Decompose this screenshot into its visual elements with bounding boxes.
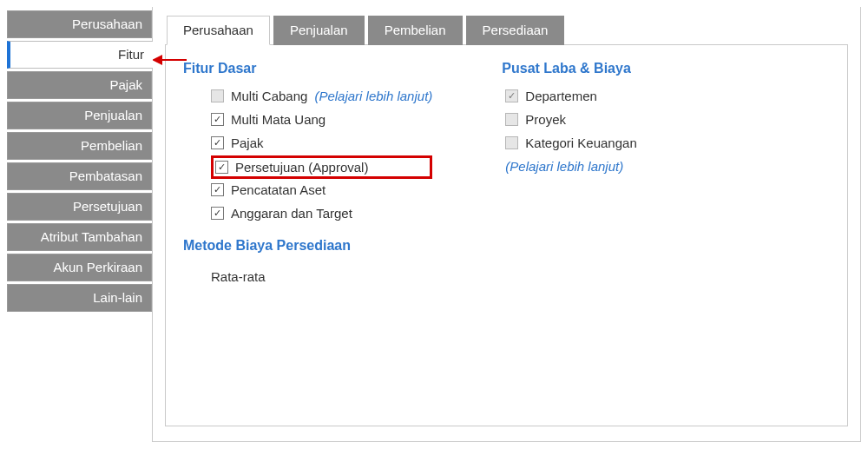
checkbox-label: Kategori Keuangan — [525, 135, 636, 150]
sidebar-item-pembelian[interactable]: Pembelian — [7, 132, 152, 160]
checkbox-pajak[interactable]: ✓ — [211, 136, 224, 149]
checkbox-pencatatan-aset[interactable]: ✓ — [211, 183, 224, 196]
section-title-metode-biaya: Metode Biaya Persediaan — [183, 238, 432, 254]
checkbox-label: Multi Cabang — [231, 89, 307, 103]
sidebar-item-pembatasan[interactable]: Pembatasan — [7, 162, 152, 190]
checkbox-label: Multi Mata Uang — [231, 112, 326, 127]
sidebar: Perusahaan Fitur Pajak Penjualan Pembeli… — [7, 7, 152, 442]
check-row-multi-cabang: Multi Cabang (Pelajari lebih lanjut) — [211, 85, 432, 109]
check-row-proyek: Proyek — [505, 109, 636, 132]
sidebar-item-lain-lain[interactable]: Lain-lain — [7, 284, 152, 312]
check-row-pencatatan-aset: ✓ Pencatatan Aset — [211, 179, 432, 202]
check-row-anggaran-target: ✓ Anggaran dan Target — [211, 202, 432, 226]
checkbox-label: Persetujuan (Approval) — [235, 160, 368, 175]
checkbox-multi-cabang — [211, 89, 224, 102]
tab-penjualan[interactable]: Penjualan — [273, 16, 365, 45]
sidebar-item-persetujuan[interactable]: Persetujuan — [7, 193, 152, 221]
tab-persediaan[interactable]: Persediaan — [466, 16, 565, 45]
checkbox-label: Departemen — [525, 89, 597, 103]
check-row-multi-mata-uang: ✓ Multi Mata Uang — [211, 109, 432, 132]
tabs: Perusahaan Penjualan Pembelian Persediaa… — [167, 16, 848, 45]
tab-perusahaan[interactable]: Perusahaan — [167, 16, 270, 45]
learn-more-link[interactable]: (Pelajari lebih lanjut) — [314, 89, 432, 103]
checkbox-label: Proyek — [525, 112, 566, 127]
checkbox-departemen: ✓ — [505, 89, 518, 102]
metode-biaya-value: Rata-rata — [183, 262, 432, 284]
sidebar-item-fitur[interactable]: Fitur — [7, 41, 153, 69]
check-row-departemen: ✓ Departemen — [505, 85, 636, 109]
sidebar-item-penjualan[interactable]: Penjualan — [7, 102, 152, 129]
section-title-fitur-dasar: Fitur Dasar — [183, 61, 432, 76]
sidebar-item-atribut-tambahan[interactable]: Atribut Tambahan — [7, 223, 152, 251]
checkbox-proyek — [505, 113, 518, 126]
learn-more-row: (Pelajari lebih lanjut) — [505, 155, 636, 179]
checkbox-kategori-keuangan — [505, 136, 518, 149]
tab-pembelian[interactable]: Pembelian — [368, 16, 463, 45]
checkbox-persetujuan[interactable]: ✓ — [215, 161, 228, 174]
sidebar-item-pajak[interactable]: Pajak — [7, 71, 152, 99]
sidebar-item-perusahaan[interactable]: Perusahaan — [7, 10, 152, 38]
check-row-persetujuan: ✓ Persetujuan (Approval) — [211, 155, 432, 179]
sidebar-item-akun-perkiraan[interactable]: Akun Perkiraan — [7, 254, 152, 281]
tab-body: Fitur Dasar Multi Cabang (Pelajari lebih… — [165, 44, 848, 426]
checkbox-anggaran-target[interactable]: ✓ — [211, 207, 224, 220]
check-row-kategori-keuangan: Kategori Keuangan — [505, 132, 636, 155]
checkbox-label: Anggaran dan Target — [231, 206, 352, 221]
content-area: Perusahaan Penjualan Pembelian Persediaa… — [152, 7, 861, 442]
check-row-pajak: ✓ Pajak — [211, 132, 432, 155]
checkbox-label: Pajak — [231, 135, 264, 150]
section-title-pusat-laba: Pusat Laba & Biaya — [502, 61, 636, 76]
learn-more-link-plb[interactable]: (Pelajari lebih lanjut) — [505, 159, 623, 174]
checkbox-label: Pencatatan Aset — [231, 182, 326, 197]
checkbox-multi-mata-uang[interactable]: ✓ — [211, 113, 224, 126]
